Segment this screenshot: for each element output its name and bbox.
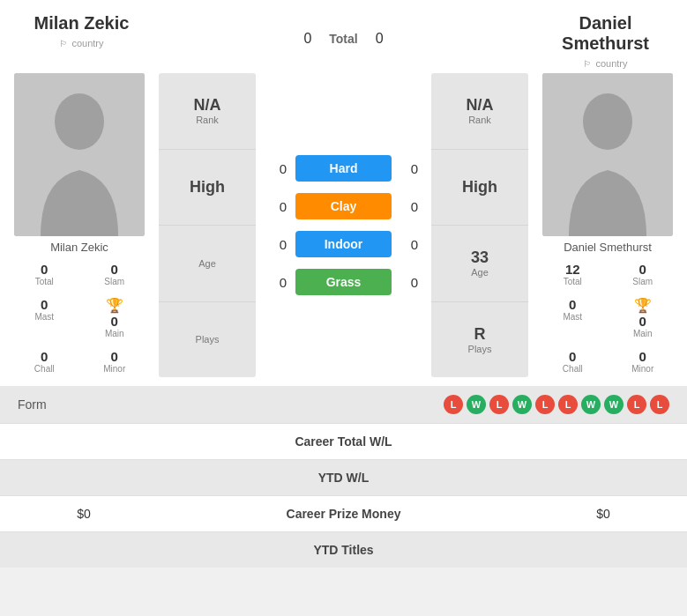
form-badge-2: L [489,395,509,414]
plays-label: Plays [196,334,220,345]
form-badges-container: LWLWLLWWLL [84,395,669,414]
hard-p2-score: 0 [400,161,418,176]
player2-total-stat: 12 Total [540,258,607,290]
player2-photo [542,73,673,236]
p2-high-item: High [431,150,528,226]
player1-slam-label: Slam [104,277,124,286]
indoor-p2-score: 0 [400,237,418,252]
ytd-wl-label: YTD W/L [18,471,669,485]
clay-button[interactable]: Clay [295,193,392,219]
player2-minor-val: 0 [639,349,646,364]
career-prize-row: $0 Career Prize Money $0 [0,495,687,531]
grass-row: 0 Grass 0 [260,265,427,299]
career-total-wl-label: Career Total W/L [18,434,669,449]
form-label: Form [18,397,71,412]
player1-name-below: Milan Zekic [50,241,108,254]
p2-rank-val: N/A [467,96,494,115]
player2-name-below: Daniel Smethurst [564,241,652,254]
player1-country-flag-icon: 🏳 [59,39,68,48]
p2-plays-val: R [474,325,486,344]
player1-country-row: 🏳 country [59,38,103,48]
player1-slam-val: 0 [111,262,118,277]
form-badge-1: W [467,395,486,414]
p2-age-item: 33 Age [431,226,528,302]
grass-p2-score: 0 [400,275,418,290]
clay-row: 0 Clay 0 [260,189,427,223]
player2-total-label: Total [564,277,582,286]
player1-chall-stat: 0 Chall [11,345,78,377]
career-total-wl-row: Career Total W/L [0,423,687,459]
middle-stats-panel: N/A Rank High Age Plays [159,73,256,377]
age-label: Age [198,258,216,269]
player2-header: Daniel Smethurst 🏳 country [528,9,683,69]
player1-country-label: country [71,38,103,48]
players-header-row: Milan Zekic 🏳 country 0 Total 0 Daniel S… [0,0,687,69]
grass-button[interactable]: Grass [295,269,392,295]
player1-mast-label: Mast [34,312,54,322]
indoor-row: 0 Indoor 0 [260,227,427,261]
ytd-titles-label: YTD Titles [18,543,669,557]
player2-section: Daniel Smethurst 12 Total 0 Slam 0 Mast … [533,73,683,377]
p2-high-val: High [462,178,497,197]
p2-rank-lbl: Rank [468,115,491,125]
ytd-wl-row: YTD W/L [0,459,687,495]
form-badge-8: L [627,395,646,414]
player1-section: Milan Zekic 0 Total 0 Slam 0 Mast 🏆 [4,73,154,377]
player1-minor-stat: 0 Minor [81,345,148,377]
p2-age-lbl: Age [471,267,489,278]
form-badge-7: W [604,395,624,414]
career-prize-label: Career Prize Money [150,507,537,521]
rank-value: N/A [194,96,221,115]
player2-country-label: country [595,58,627,69]
player2-chall-stat: 0 Chall [540,345,607,377]
form-badge-0: L [444,395,463,414]
player1-name: Milan Zekic [26,9,138,38]
player2-name: Daniel Smethurst [528,9,683,58]
hard-button[interactable]: Hard [295,155,392,182]
player1-total-val: 0 [41,262,48,277]
player1-photo [14,73,145,236]
player1-mast-val: 0 [41,297,48,312]
form-row: Form LWLWLLWWLL [0,386,687,423]
plays-item: Plays [159,302,256,378]
hard-row: 0 Hard 0 [260,152,427,185]
player2-minor-stat: 0 Minor [609,345,676,377]
high-value: High [190,178,225,197]
svg-point-3 [583,93,632,150]
player1-minor-label: Minor [103,364,125,374]
player2-mast-val: 0 [569,297,576,312]
form-badge-9: L [650,395,669,414]
form-badge-5: L [558,395,578,414]
clay-p2-score: 0 [400,199,418,214]
comparison-body: Milan Zekic 0 Total 0 Slam 0 Mast 🏆 [0,69,687,382]
trophy-icon-p1: 🏆 [106,297,123,314]
player1-mast-stat: 0 Mast [11,293,78,342]
player2-chall-label: Chall [563,364,583,374]
player2-slam-val: 0 [639,262,646,277]
player1-prize: $0 [18,507,150,521]
player1-main-label: Main [105,329,124,338]
player2-main-label: Main [633,329,653,338]
player2-slam-label: Slam [632,277,653,286]
total-p2-score: 0 [376,31,384,47]
player1-main-stat: 🏆 0 Main [81,293,148,342]
player1-minor-val: 0 [111,349,118,364]
player2-silhouette-icon [542,73,673,236]
player2-prize: $0 [537,507,669,521]
player1-chall-val: 0 [41,349,48,364]
p2-plays-item: R Plays [431,302,528,378]
rank-label: Rank [196,115,219,125]
player1-chall-label: Chall [34,364,55,374]
form-badge-4: L [535,395,555,414]
grass-p1-score: 0 [269,275,287,290]
player1-total-stat: 0 Total [11,258,78,290]
surfaces-panel: 0 Hard 0 0 Clay 0 0 Indoor 0 0 Grass 0 [260,73,427,377]
player2-minor-label: Minor [631,364,653,374]
trophy-icon-p2: 🏆 [634,297,652,314]
player1-main-val: 0 [111,314,118,329]
player2-slam-stat: 0 Slam [609,258,676,290]
indoor-button[interactable]: Indoor [295,231,392,257]
player2-main-val: 0 [639,314,646,329]
p2-age-val: 33 [471,249,489,267]
form-badge-6: W [581,395,601,414]
